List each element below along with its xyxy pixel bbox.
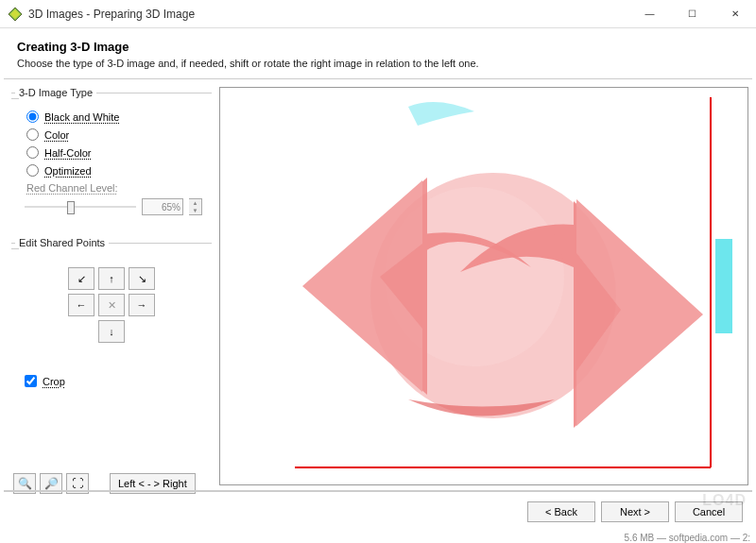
- shift-right-button[interactable]: →: [129, 294, 155, 316]
- preview-image: [220, 88, 747, 484]
- window-title: 3D Images - Preparing 3D Image: [28, 8, 628, 21]
- shift-left-button[interactable]: ←: [68, 294, 94, 316]
- svg-rect-2: [715, 239, 732, 333]
- red-channel-spinner[interactable]: ▲▼: [189, 198, 202, 215]
- image-type-group: 3-D Image Type Black and White Color Hal…: [11, 87, 212, 224]
- red-channel-label: Red Channel Level:: [26, 182, 208, 194]
- page-title: Creating 3-D Image: [17, 40, 739, 54]
- rotate-cw-button[interactable]: ↘: [129, 267, 155, 290]
- minimize-button[interactable]: —: [628, 0, 671, 27]
- radio-optimized-input[interactable]: [26, 164, 39, 177]
- radio-optimized[interactable]: Optimized: [26, 164, 206, 177]
- image-type-legend: 3-D Image Type: [15, 87, 96, 98]
- crop-checkbox[interactable]: [25, 375, 37, 387]
- close-button[interactable]: ✕: [713, 0, 756, 27]
- next-button[interactable]: Next >: [601, 501, 669, 522]
- edit-points-legend: Edit Shared Points: [15, 237, 109, 248]
- app-icon: [8, 7, 23, 22]
- fit-icon: ⛶: [72, 477, 83, 490]
- slider-thumb-icon[interactable]: [67, 201, 75, 214]
- edit-points-group: Edit Shared Points ↙ ↑ ↘ ← ✕ → ↓: [11, 237, 212, 356]
- reset-button[interactable]: ✕: [98, 294, 125, 316]
- page-desc: Choose the type of 3-D image and, if nee…: [17, 58, 739, 69]
- radio-optimized-label: Optimized: [44, 165, 92, 177]
- radio-bw-label: Black and White: [44, 111, 119, 123]
- maximize-button[interactable]: ☐: [671, 0, 713, 27]
- red-channel-value: 65%: [142, 198, 183, 215]
- crop-label: Crop: [43, 376, 65, 387]
- radio-halfcolor[interactable]: Half-Color: [26, 146, 206, 159]
- crop-row[interactable]: Crop: [25, 375, 212, 387]
- radio-color[interactable]: Color: [26, 128, 206, 141]
- cancel-button[interactable]: Cancel: [675, 501, 743, 522]
- shift-up-button[interactable]: ↑: [98, 267, 125, 290]
- radio-bw[interactable]: Black and White: [26, 110, 206, 123]
- radio-color-input[interactable]: [26, 128, 39, 141]
- status-bar: 5.6 MB — softpedia.com — 2:: [625, 533, 750, 543]
- preview-pane: [219, 87, 748, 485]
- radio-halfcolor-label: Half-Color: [44, 147, 92, 159]
- radio-bw-input[interactable]: [26, 110, 39, 123]
- red-channel-slider[interactable]: [25, 197, 136, 216]
- radio-color-label: Color: [44, 129, 69, 141]
- shift-down-button[interactable]: ↓: [98, 320, 125, 343]
- zoom-in-icon: 🔍: [18, 477, 32, 490]
- back-button[interactable]: < Back: [527, 501, 595, 522]
- zoom-out-icon: 🔎: [44, 477, 59, 490]
- rotate-ccw-button[interactable]: ↙: [68, 267, 94, 290]
- radio-halfcolor-input[interactable]: [26, 146, 39, 159]
